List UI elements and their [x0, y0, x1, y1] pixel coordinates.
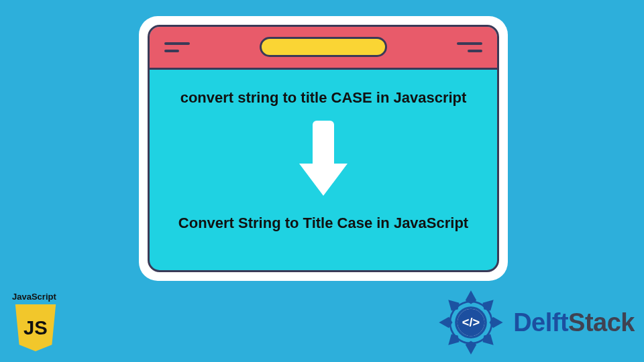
input-string: convert string to title CASE in Javascri…: [180, 88, 467, 108]
titlebar-decor-left-icon: [164, 42, 190, 52]
brand-name-post: Stack: [568, 308, 635, 337]
javascript-label: JavaScript: [12, 292, 66, 302]
window-titlebar: [150, 27, 497, 70]
brand-name: DelftStack: [513, 308, 635, 337]
titlebar-pill-icon: [260, 37, 387, 57]
brand-name-pre: Delft: [513, 308, 568, 337]
output-string: Convert String to Title Case in JavaScri…: [178, 214, 468, 233]
window-inner: convert string to title CASE in Javascri…: [148, 25, 499, 272]
js-glyph: JS: [23, 317, 48, 339]
browser-window-illustration: convert string to title CASE in Javascri…: [139, 16, 508, 281]
code-glyph: </>: [462, 315, 480, 329]
window-outer: convert string to title CASE in Javascri…: [139, 16, 508, 281]
window-content: convert string to title CASE in Javascri…: [150, 70, 497, 270]
arrow-down-icon: [303, 117, 343, 204]
delftstack-mandala-icon: </>: [434, 286, 508, 359]
delftstack-brand: </> DelftStack: [434, 286, 635, 359]
javascript-logo: JavaScript JS: [12, 292, 66, 354]
javascript-shield-icon: JS: [12, 303, 59, 354]
titlebar-decor-right-icon: [457, 42, 482, 52]
